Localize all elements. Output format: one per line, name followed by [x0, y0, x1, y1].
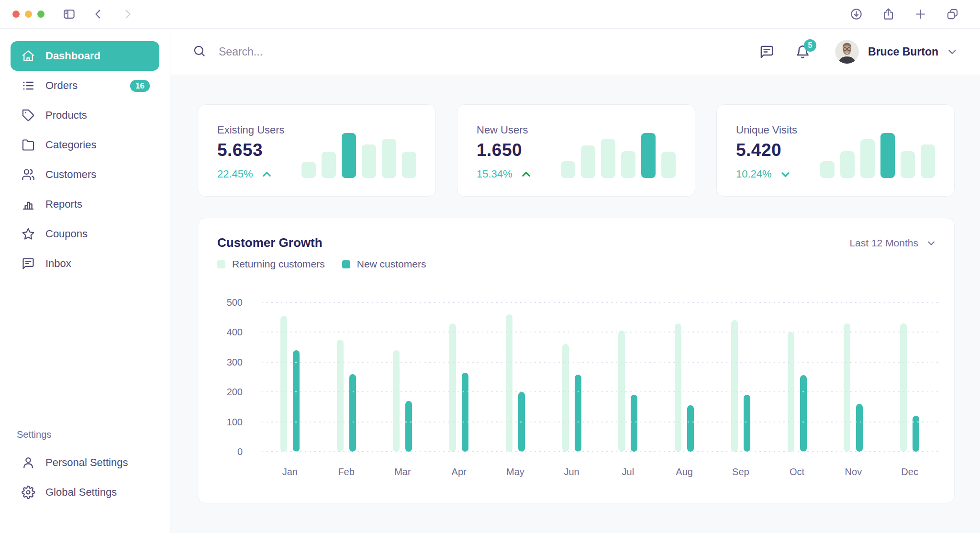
sparkline-chart — [820, 133, 935, 178]
notification-count-badge: 5 — [804, 39, 816, 52]
traffic-lights — [12, 11, 45, 18]
x-axis-label: Aug — [656, 466, 713, 477]
legend-item-returning-customers[interactable]: Returning customers — [217, 258, 325, 270]
sidebar-item-label: Personal Settings — [45, 456, 128, 469]
month-slot — [544, 302, 600, 452]
bar-chart-plot: 0100200300400500 — [262, 302, 938, 452]
folder-icon — [22, 138, 35, 152]
new-tab-icon[interactable] — [914, 8, 927, 21]
new-customers-bar — [349, 374, 356, 452]
user-menu-chevron-down-icon[interactable] — [946, 45, 958, 58]
sidebar-item-label: Products — [45, 109, 87, 122]
tab-overview-icon[interactable] — [946, 8, 959, 21]
sparkline-bar — [860, 139, 875, 178]
download-icon[interactable] — [850, 8, 863, 21]
gridline — [262, 362, 938, 363]
sidebar-item-label: Inbox — [45, 257, 71, 270]
stat-title: New Users — [477, 124, 532, 136]
user-name[interactable]: Bruce Burton — [868, 45, 938, 58]
browser-nav-controls — [63, 8, 134, 21]
sidebar-item-label: Global Settings — [45, 486, 117, 499]
stat-card-unique-visits: Unique Visits 5.420 10.24% — [716, 104, 955, 197]
sidebar-item-label: Customers — [45, 168, 96, 181]
app-window: Dashboard Orders 16 Products Categories — [0, 0, 980, 533]
returning-customers-bar — [449, 323, 456, 452]
sidebar-item-coupons[interactable]: Coupons — [11, 219, 159, 249]
month-slot — [769, 302, 825, 452]
sidebar-toggle-icon[interactable] — [63, 8, 76, 21]
sparkline-bar — [921, 144, 935, 178]
new-customers-bar — [800, 375, 807, 452]
sidebar-item-label: Categories — [45, 139, 96, 151]
gear-icon — [22, 486, 35, 499]
y-axis-tick-label: 500 — [195, 297, 243, 308]
sidebar-item-personal-settings[interactable]: Personal Settings — [11, 448, 159, 477]
sparkline-bar — [362, 144, 376, 178]
stat-change-percent: 10.24% — [736, 168, 772, 180]
returning-customers-bar — [675, 323, 681, 452]
sidebar-item-categories[interactable]: Categories — [11, 130, 159, 160]
share-icon[interactable] — [882, 8, 895, 21]
sidebar-item-label: Dashboard — [45, 50, 100, 62]
avatar[interactable] — [835, 40, 859, 64]
notifications-bell-icon[interactable]: 5 — [795, 44, 810, 59]
legend-swatch-returning — [217, 260, 225, 268]
bar-pair — [393, 350, 412, 452]
x-axis-label: Mar — [375, 466, 431, 477]
stat-card-existing-users: Existing Users 5.653 22.45% — [198, 104, 436, 197]
month-slot — [713, 302, 769, 452]
x-axis-label: Feb — [318, 466, 375, 477]
bar-pair — [449, 323, 468, 452]
bar-pair — [337, 340, 356, 452]
users-icon — [22, 168, 35, 181]
trend-down-icon — [780, 169, 791, 180]
returning-customers-bar — [506, 314, 512, 452]
stat-change: 22.45% — [217, 168, 285, 180]
sidebar-item-customers[interactable]: Customers — [11, 160, 159, 189]
sparkline-bar — [342, 133, 356, 178]
month-slot — [656, 302, 713, 452]
stat-change: 10.24% — [736, 168, 797, 180]
sidebar-item-dashboard[interactable]: Dashboard — [11, 41, 159, 71]
returning-customers-bar — [280, 316, 287, 452]
stat-title: Unique Visits — [736, 124, 797, 136]
sidebar-item-inbox[interactable]: Inbox — [11, 249, 159, 278]
stat-value: 1.650 — [477, 140, 532, 160]
sidebar-item-reports[interactable]: Reports — [11, 189, 159, 219]
sparkline-chart — [561, 133, 676, 178]
tag-icon — [22, 109, 35, 122]
x-axis-label: Dec — [881, 466, 938, 477]
dashboard-content: Existing Users 5.653 22.45% New Users — [170, 75, 980, 533]
search-input[interactable] — [219, 45, 515, 58]
forward-icon[interactable] — [121, 8, 134, 21]
trend-up-icon — [261, 169, 272, 180]
bar-pair — [562, 344, 581, 452]
stat-cards-row: Existing Users 5.653 22.45% New Users — [198, 104, 955, 197]
back-icon[interactable] — [92, 8, 105, 21]
settings-heading: Settings — [11, 429, 159, 440]
legend-swatch-new — [342, 260, 350, 268]
month-slot — [262, 302, 318, 452]
sparkline-bar — [581, 145, 595, 178]
range-dropdown[interactable]: Last 12 Months — [849, 237, 937, 249]
sparkline-bar — [621, 151, 635, 178]
gridline — [262, 302, 938, 303]
close-window-button[interactable] — [12, 11, 20, 18]
month-slot — [431, 302, 487, 452]
sidebar: Dashboard Orders 16 Products Categories — [0, 29, 170, 533]
sidebar-item-orders[interactable]: Orders 16 — [11, 71, 159, 100]
sparkline-bar — [820, 161, 835, 178]
sidebar-item-products[interactable]: Products — [11, 100, 159, 130]
minimize-window-button[interactable] — [25, 11, 32, 18]
sparkline-bar — [382, 139, 396, 178]
sparkline-bar — [561, 161, 575, 178]
zoom-window-button[interactable] — [37, 11, 45, 18]
sidebar-item-global-settings[interactable]: Global Settings — [11, 477, 159, 507]
window-toolbar-icons — [850, 8, 959, 21]
sparkline-bar — [301, 162, 316, 178]
legend-item-new-customers[interactable]: New customers — [342, 258, 426, 270]
messages-icon[interactable] — [759, 44, 774, 59]
month-slot — [375, 302, 431, 452]
bar-pair — [506, 314, 525, 452]
list-icon — [22, 79, 35, 92]
